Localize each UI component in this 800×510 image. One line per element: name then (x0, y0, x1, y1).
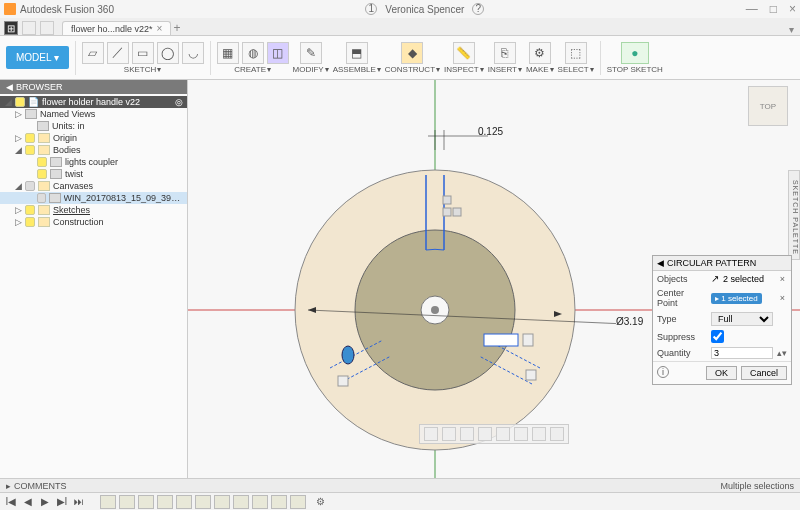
notification-badge[interactable]: 1 (365, 3, 377, 15)
browser-panel: ◀BROWSER ◢📄flower holder handle v22◎ ▷Na… (0, 80, 188, 478)
tree-body-1[interactable]: lights coupler (0, 156, 187, 168)
svg-rect-21 (338, 376, 348, 386)
stop-sketch-icon[interactable]: ● (621, 42, 649, 64)
timeline-play-icon[interactable]: ▶ (38, 495, 52, 509)
look-icon[interactable] (496, 427, 510, 441)
inspect-group-label[interactable]: INSPECT ▾ (444, 65, 484, 74)
app-title: Autodesk Fusion 360 (20, 4, 114, 15)
info-icon[interactable]: i (657, 366, 669, 378)
tree-sketches[interactable]: ▷Sketches (0, 204, 187, 216)
sketch-create-icon[interactable]: ▱ (82, 42, 104, 64)
tree-origin[interactable]: ▷Origin (0, 132, 187, 144)
center-row-label: Center Point (657, 288, 707, 308)
minimize-icon[interactable]: — (746, 2, 758, 16)
insert-icon[interactable]: ⎘ (494, 42, 516, 64)
new-tab-icon[interactable]: + (173, 21, 180, 35)
construct-group-label[interactable]: CONSTRUCT ▾ (385, 65, 440, 74)
panel-back-icon[interactable]: ◀ (657, 258, 664, 268)
inspect-icon[interactable]: 📏 (453, 42, 475, 64)
arc-icon[interactable]: ◡ (182, 42, 204, 64)
sketch-group-label[interactable]: SKETCH ▾ (124, 65, 161, 74)
modify-icon[interactable]: ✎ (300, 42, 322, 64)
timeline-start-icon[interactable]: I◀ (4, 495, 18, 509)
extrude-icon[interactable]: ▦ (217, 42, 239, 64)
make-group-label[interactable]: MAKE ▾ (526, 65, 554, 74)
suppress-row-label: Suppress (657, 332, 707, 342)
make-icon[interactable]: ⚙ (529, 42, 551, 64)
fit-icon[interactable] (478, 427, 492, 441)
objects-clear-icon[interactable]: × (778, 274, 787, 284)
timeline-next-icon[interactable]: ▶I (55, 495, 69, 509)
stop-sketch-label[interactable]: STOP SKETCH (607, 65, 663, 74)
center-value[interactable]: ▸ 1 selected (711, 293, 762, 304)
timeline-feature[interactable] (271, 495, 287, 509)
tree-construction[interactable]: ▷Construction (0, 216, 187, 228)
apps-grid-icon[interactable]: ⊞ (4, 21, 18, 35)
tree-canvases[interactable]: ◢Canvases (0, 180, 187, 192)
modify-group-label[interactable]: MODIFY ▾ (293, 65, 329, 74)
timeline-feature[interactable] (138, 495, 154, 509)
svg-rect-18 (484, 334, 518, 346)
timeline-feature[interactable] (100, 495, 116, 509)
timeline-feature[interactable] (176, 495, 192, 509)
suppress-checkbox[interactable] (711, 330, 724, 343)
select-group-label[interactable]: SELECT ▾ (558, 65, 594, 74)
select-icon[interactable]: ⬚ (565, 42, 587, 64)
display-icon[interactable] (514, 427, 528, 441)
timeline-feature[interactable] (252, 495, 268, 509)
create-group-label[interactable]: CREATE ▾ (234, 65, 271, 74)
cancel-button[interactable]: Cancel (741, 366, 787, 380)
pan-icon[interactable] (442, 427, 456, 441)
line-icon[interactable]: ／ (107, 42, 129, 64)
close-icon[interactable]: × (789, 2, 796, 16)
user-name[interactable]: Veronica Spencer (385, 4, 464, 15)
rect-icon[interactable]: ▭ (132, 42, 154, 64)
timeline-feature[interactable] (157, 495, 173, 509)
viewports-icon[interactable] (550, 427, 564, 441)
timeline-feature[interactable] (119, 495, 135, 509)
grid-icon[interactable] (532, 427, 546, 441)
tree-bodies[interactable]: ◢Bodies (0, 144, 187, 156)
type-select[interactable]: Full (711, 312, 773, 326)
ok-button[interactable]: OK (706, 366, 737, 380)
extensions-icon[interactable]: ▾ (789, 24, 794, 35)
center-clear-icon[interactable]: × (778, 293, 787, 303)
box-icon[interactable]: ◫ (267, 42, 289, 64)
svg-rect-17 (443, 196, 451, 204)
circle-icon[interactable]: ◯ (157, 42, 179, 64)
maximize-icon[interactable]: □ (770, 2, 777, 16)
dimension-offset[interactable]: 0.125 (478, 126, 503, 137)
data-panel-icon[interactable] (22, 21, 36, 35)
document-tab[interactable]: flower ho...ndle v22* × (62, 21, 171, 35)
comments-label[interactable]: COMMENTS (14, 481, 67, 491)
objects-value[interactable]: 2 selected (723, 274, 764, 284)
assemble-icon[interactable]: ⬒ (346, 42, 368, 64)
revolve-icon[interactable]: ◍ (242, 42, 264, 64)
construct-icon[interactable]: ◆ (401, 42, 423, 64)
timeline-settings-icon[interactable]: ⚙ (313, 495, 327, 509)
tree-canvas-1[interactable]: WIN_20170813_15_09_39_Pro (0, 192, 187, 204)
timeline-feature[interactable] (214, 495, 230, 509)
tree-units[interactable]: Units: in (0, 120, 187, 132)
orbit-icon[interactable] (424, 427, 438, 441)
help-icon[interactable]: ? (472, 3, 484, 15)
svg-point-5 (431, 306, 439, 314)
quantity-input[interactable] (711, 347, 773, 359)
timeline-end-icon[interactable]: ⏭ (72, 495, 86, 509)
zoom-icon[interactable] (460, 427, 474, 441)
insert-group-label[interactable]: INSERT ▾ (488, 65, 522, 74)
timeline-prev-icon[interactable]: ◀ (21, 495, 35, 509)
tree-root[interactable]: ◢📄flower holder handle v22◎ (0, 96, 187, 108)
save-icon[interactable] (40, 21, 54, 35)
timeline-feature[interactable] (290, 495, 306, 509)
timeline-feature[interactable] (233, 495, 249, 509)
model-canvas[interactable]: TOP SKETCH PALETTE (188, 80, 800, 478)
tree-named-views[interactable]: ▷Named Views (0, 108, 187, 120)
timeline-feature[interactable] (195, 495, 211, 509)
tree-body-2[interactable]: twist (0, 168, 187, 180)
tab-close-icon[interactable]: × (157, 23, 163, 34)
svg-point-22 (342, 346, 354, 364)
assemble-group-label[interactable]: ASSEMBLE ▾ (333, 65, 381, 74)
workspace-mode-button[interactable]: MODEL▾ (6, 46, 69, 69)
dimension-diameter[interactable]: Ø3.19 (616, 316, 643, 327)
